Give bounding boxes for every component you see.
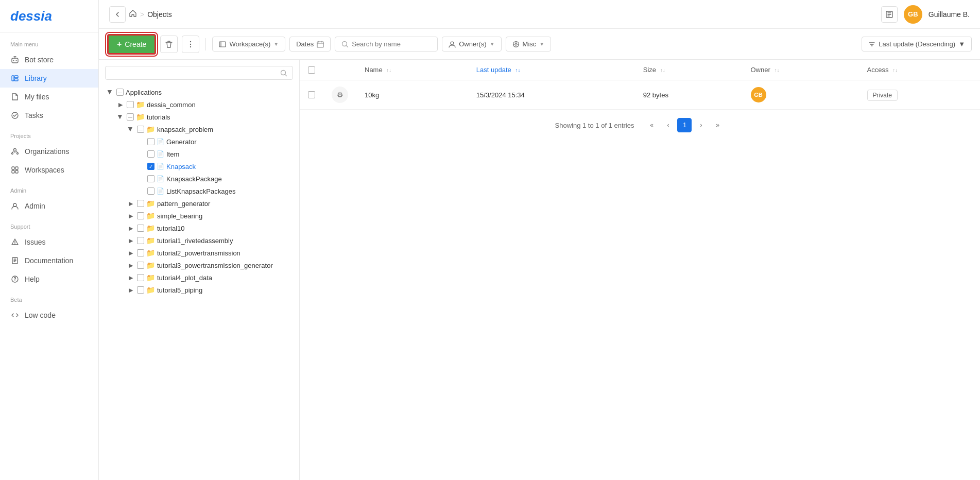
tree-item-tutorials[interactable]: ▶ 📁 tutorials xyxy=(115,111,293,123)
sidebar-item-label: Documentation xyxy=(25,256,73,265)
library-icon xyxy=(10,74,20,83)
svg-point-1 xyxy=(13,60,14,61)
avatar[interactable]: GB xyxy=(904,5,922,24)
tree-item-tutorial4-plot-data[interactable]: ▶ 📁 tutorial4_plot_data xyxy=(126,271,293,284)
row-checkbox[interactable] xyxy=(308,91,315,98)
notes-button[interactable] xyxy=(881,6,898,23)
page-first-button[interactable]: « xyxy=(644,118,659,132)
owner-dropdown[interactable]: Owner(s) ▼ xyxy=(442,37,501,52)
misc-dropdown[interactable]: Misc ▼ xyxy=(506,37,552,52)
back-button[interactable] xyxy=(109,6,126,23)
sidebar-item-admin[interactable]: Admin xyxy=(0,197,98,215)
tree-item-tutorial2-powertransmission[interactable]: ▶ 📁 tutorial2_powertransmission xyxy=(126,247,293,259)
tree-checkbox[interactable] xyxy=(137,237,144,244)
tree-item-tutorial1-rivetedassembly[interactable]: ▶ 📁 tutorial1_rivetedassembly xyxy=(126,234,293,247)
chevron-right-icon[interactable]: ▶ xyxy=(127,286,135,294)
chevron-right-icon[interactable]: ▶ xyxy=(127,261,135,269)
sidebar-item-documentation[interactable]: Documentation xyxy=(0,251,98,270)
sidebar-item-library[interactable]: Library xyxy=(0,69,98,88)
chevron-down-icon[interactable]: ▶ xyxy=(106,88,114,96)
create-button[interactable]: + Create xyxy=(107,34,156,55)
sort-arrows: ↑↓ xyxy=(774,67,779,73)
tree-item-list-knapsack-packages[interactable]: ▶ 📄 ListKnapsackPackages xyxy=(136,185,293,197)
tree-item-generator[interactable]: ▶ 📄 Generator xyxy=(136,135,293,148)
tree-item-item[interactable]: ▶ 📄 Item xyxy=(136,148,293,160)
col-owner[interactable]: Owner ↑↓ xyxy=(743,60,859,80)
tree-search-input[interactable] xyxy=(111,69,280,77)
tree-item-tutorial5-piping[interactable]: ▶ 📁 tutorial5_piping xyxy=(126,284,293,296)
tree-root-applications[interactable]: ▶ Applications xyxy=(105,86,293,98)
chevron-down-icon[interactable]: ▶ xyxy=(116,113,125,121)
home-icon[interactable] xyxy=(129,9,137,19)
sidebar-item-organizations[interactable]: Organizations xyxy=(0,142,98,161)
search-input[interactable] xyxy=(352,40,424,48)
col-name[interactable]: Name ↑↓ xyxy=(356,60,468,80)
tree-item-label: Knapsack xyxy=(166,163,196,170)
sidebar-item-help[interactable]: Help xyxy=(0,270,98,288)
sort-dropdown[interactable]: Last update (Descending) ▼ xyxy=(862,37,972,52)
chevron-right-icon[interactable]: ▶ xyxy=(127,249,135,257)
sidebar-item-issues[interactable]: Issues xyxy=(0,233,98,251)
tree-checkbox[interactable] xyxy=(137,249,144,256)
svg-point-25 xyxy=(451,42,454,45)
tree-checkbox[interactable] xyxy=(137,126,144,133)
tree-checkbox[interactable] xyxy=(137,225,144,232)
tree-checkbox[interactable] xyxy=(147,150,154,158)
sidebar-item-bot-store[interactable]: Bot store xyxy=(0,50,98,69)
tree-checkbox[interactable] xyxy=(137,286,144,294)
gear-icon[interactable]: ⚙ xyxy=(332,87,348,103)
chevron-right-icon[interactable]: ▶ xyxy=(127,199,135,208)
tree-item-tutorial3-powertransmission-generator[interactable]: ▶ 📁 tutorial3_powertransmission_generato… xyxy=(126,259,293,271)
pagination: Showing 1 to 1 of 1 entries « ‹ 1 › » xyxy=(300,110,980,141)
chevron-right-icon[interactable]: ▶ xyxy=(116,100,125,109)
tree-item-knapsack[interactable]: ▶ 📄 Knapsack xyxy=(136,160,293,173)
col-last-update[interactable]: Last update ↑↓ xyxy=(468,60,635,80)
tree-search-box[interactable] xyxy=(105,66,293,80)
tree-checkbox[interactable] xyxy=(137,262,144,269)
sidebar-item-tasks[interactable]: Tasks xyxy=(0,106,98,125)
tree-checkbox[interactable] xyxy=(147,138,154,145)
sidebar-item-low-code[interactable]: Low code xyxy=(0,306,98,324)
tree-checkbox[interactable] xyxy=(147,175,154,182)
tree-item-simple-bearing[interactable]: ▶ 📁 simple_bearing xyxy=(126,210,293,222)
chevron-right-icon[interactable]: ▶ xyxy=(127,273,135,282)
tree-checkbox[interactable] xyxy=(137,274,144,281)
dates-dropdown[interactable]: Dates xyxy=(289,37,331,52)
tree-item-tutorial10[interactable]: ▶ 📁 tutorial10 xyxy=(126,222,293,234)
tree-checkbox[interactable] xyxy=(116,89,124,96)
chevron-right-icon[interactable]: ▶ xyxy=(127,212,135,220)
tree-item-knapsack-package[interactable]: ▶ 📄 KnapsackPackage xyxy=(136,173,293,185)
access-badge: Private xyxy=(867,90,898,101)
sidebar-item-my-files[interactable]: My files xyxy=(0,88,98,106)
tree-checkbox[interactable] xyxy=(127,101,134,108)
tree-checkbox-checked[interactable] xyxy=(147,163,154,170)
tree-checkbox[interactable] xyxy=(147,187,154,195)
tree-item-pattern-generator[interactable]: ▶ 📁 pattern_generator xyxy=(126,197,293,210)
tree-item-dessia-common[interactable]: ▶ 📁 dessia_common xyxy=(115,98,293,111)
search-box[interactable] xyxy=(335,37,438,52)
svg-point-19 xyxy=(190,41,191,42)
page-next-button[interactable]: › xyxy=(694,118,708,132)
app-logo: dessia xyxy=(10,8,52,24)
tree-item-knapsack-problem[interactable]: ▶ 📁 knapsack_problem xyxy=(126,123,293,135)
select-all-checkbox[interactable] xyxy=(308,66,315,74)
chevron-right-icon[interactable]: ▶ xyxy=(127,236,135,245)
chevron-right-icon[interactable]: ▶ xyxy=(127,224,135,232)
col-size[interactable]: Size ↑↓ xyxy=(635,60,743,80)
tree-checkbox[interactable] xyxy=(137,200,144,207)
col-access[interactable]: Access ↑↓ xyxy=(859,60,980,80)
tree-item-label: tutorial2_powertransmission xyxy=(157,249,240,257)
tree-checkbox[interactable] xyxy=(127,113,134,121)
page-1-button[interactable]: 1 xyxy=(677,118,692,132)
page-last-button[interactable]: » xyxy=(710,118,725,132)
delete-button[interactable] xyxy=(160,36,178,53)
chevron-down-icon[interactable]: ▶ xyxy=(127,125,135,133)
sidebar-item-workspaces[interactable]: Workspaces xyxy=(0,161,98,179)
tree-checkbox[interactable] xyxy=(137,212,144,219)
tree-root-children: ▶ 📁 dessia_common ▶ 📁 tutorials ▶ xyxy=(105,98,293,296)
page-prev-button[interactable]: ‹ xyxy=(661,118,675,132)
workspace-dropdown[interactable]: Workspace(s) ▼ xyxy=(212,37,285,52)
more-options-button[interactable] xyxy=(182,36,199,53)
chevron-down-icon: ▼ xyxy=(273,41,279,47)
beta-label: Beta xyxy=(0,288,98,306)
